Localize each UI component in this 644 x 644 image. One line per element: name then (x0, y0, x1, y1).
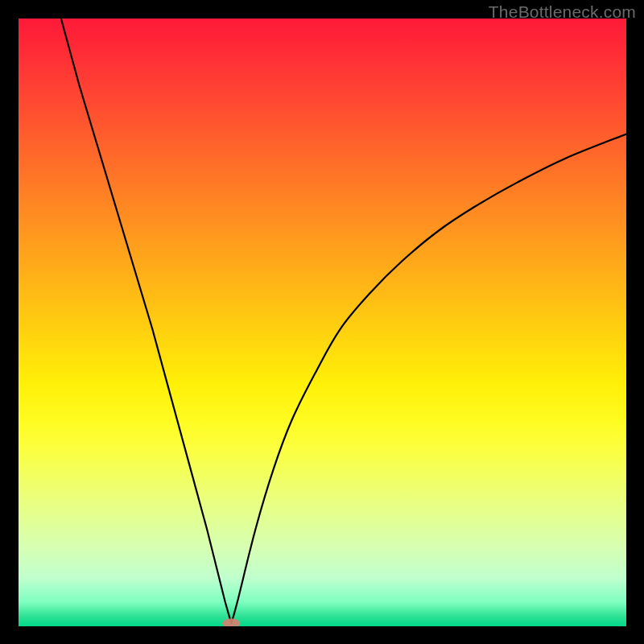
curve-layer (19, 19, 626, 626)
plot-area (19, 19, 626, 626)
chart-container: TheBottleneck.com (0, 0, 644, 644)
watermark-text: TheBottleneck.com (489, 2, 636, 22)
sweet-spot-marker (222, 618, 240, 626)
bottleneck-curve (61, 19, 626, 623)
